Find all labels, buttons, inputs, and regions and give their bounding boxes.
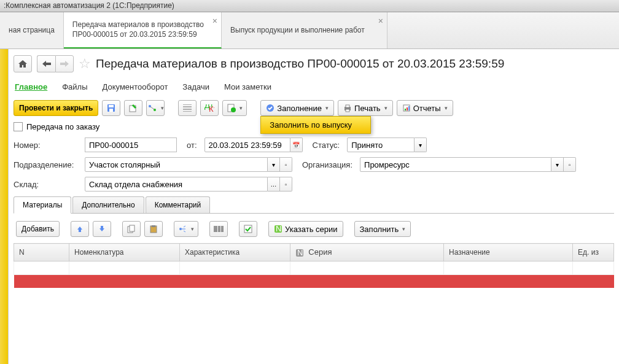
list-button[interactable] bbox=[178, 100, 197, 116]
print-label: Печать bbox=[354, 104, 381, 113]
svg-rect-1 bbox=[109, 105, 114, 107]
fill-button[interactable]: Заполнение ▾ bbox=[260, 100, 334, 116]
tab-comment[interactable]: Комментарий bbox=[146, 196, 211, 213]
svg-rect-21 bbox=[152, 225, 155, 227]
col-item[interactable]: Номенклатура bbox=[69, 244, 180, 261]
svg-rect-12 bbox=[346, 105, 349, 107]
tab-current-document[interactable]: Передача материалов в производство ПР00-… bbox=[64, 12, 222, 48]
status-input[interactable] bbox=[347, 137, 415, 152]
col-dest[interactable]: Назначение bbox=[444, 244, 573, 261]
tab-label: ная страница bbox=[9, 26, 55, 36]
col-unit[interactable]: Ед. из bbox=[573, 244, 614, 261]
close-icon[interactable]: × bbox=[212, 16, 217, 26]
main-toolbar: Провести и закрыть ▾ ДтКт ▾ Заполнение ▾… bbox=[14, 100, 614, 116]
grid-toolbar: Добавить ▾ N Указать серии Заполнить ▾ bbox=[14, 219, 614, 239]
series-label: Указать серии bbox=[285, 225, 337, 234]
post-button[interactable] bbox=[124, 100, 142, 116]
move-down-button[interactable] bbox=[93, 221, 111, 237]
fill-label: Заполнение bbox=[277, 104, 322, 113]
tab-output[interactable]: Выпуск продукции и выполнение работ × bbox=[222, 12, 387, 48]
subnav-main[interactable]: Главное bbox=[15, 80, 47, 94]
svg-rect-23 bbox=[244, 225, 252, 233]
dept-input[interactable] bbox=[85, 157, 268, 172]
app-tabbar: ная страница Передача материалов в произ… bbox=[0, 12, 619, 49]
tab-label: Выпуск продукции и выполнение работ bbox=[230, 26, 373, 36]
add-row-button[interactable]: Добавить bbox=[16, 221, 60, 237]
create-based-button[interactable]: ▾ bbox=[222, 100, 247, 116]
forward-button[interactable] bbox=[55, 55, 74, 72]
select-icon[interactable]: … bbox=[268, 177, 280, 192]
status-label: Статус: bbox=[313, 141, 340, 150]
svg-text:N: N bbox=[276, 225, 281, 233]
subnav-files[interactable]: Файлы bbox=[62, 80, 87, 94]
by-order-checkbox[interactable] bbox=[14, 122, 23, 131]
reports-label: Отчеты bbox=[413, 104, 441, 113]
svg-rect-15 bbox=[405, 109, 406, 110]
svg-text:Кт: Кт bbox=[209, 104, 214, 112]
calendar-icon[interactable]: 📅 bbox=[290, 137, 303, 152]
svg-point-9 bbox=[231, 107, 236, 112]
page-title: Передача материалов в производство ПР00-… bbox=[96, 57, 504, 71]
check-button[interactable] bbox=[239, 221, 257, 237]
sub-navigation: Главное Файлы Документооборот Задачи Мои… bbox=[14, 80, 614, 94]
move-up-button[interactable] bbox=[71, 221, 89, 237]
barcode-button[interactable] bbox=[209, 221, 228, 237]
svg-text:N: N bbox=[297, 249, 303, 257]
table-row[interactable] bbox=[14, 261, 614, 274]
number-input[interactable] bbox=[85, 137, 177, 152]
org-input[interactable] bbox=[360, 157, 551, 172]
specify-series-button[interactable]: N Указать серии bbox=[268, 221, 343, 237]
open-icon[interactable]: ▫ bbox=[280, 177, 292, 192]
paste-button[interactable] bbox=[144, 221, 163, 237]
fill-dropdown-menu: Заполнить по выпуску bbox=[260, 116, 371, 134]
warehouse-input[interactable] bbox=[85, 177, 268, 192]
svg-rect-2 bbox=[109, 109, 113, 112]
dropdown-icon[interactable]: ▾ bbox=[415, 137, 427, 152]
save-button[interactable] bbox=[102, 100, 120, 116]
fill-rows-button[interactable]: Заполнить ▾ bbox=[354, 221, 411, 237]
sidebar-strip[interactable] bbox=[0, 49, 9, 364]
star-icon[interactable]: ☆ bbox=[79, 56, 91, 72]
dt-kt-button[interactable]: ДтКт bbox=[200, 100, 219, 116]
org-label: Организация: bbox=[302, 160, 352, 169]
svg-rect-16 bbox=[407, 107, 408, 110]
materials-table: N Номенклатура Характеристика N Серия На… bbox=[14, 243, 614, 288]
open-icon[interactable]: ▫ bbox=[564, 157, 576, 172]
number-label: Номер: bbox=[14, 141, 81, 150]
dropdown-icon[interactable]: ▾ bbox=[268, 157, 280, 172]
svg-rect-13 bbox=[346, 109, 349, 112]
dropdown-icon[interactable]: ▾ bbox=[551, 157, 564, 172]
tab-materials[interactable]: Материалы bbox=[14, 196, 71, 214]
col-series[interactable]: N Серия bbox=[290, 244, 444, 261]
from-label: от: bbox=[187, 141, 197, 150]
subnav-tasks[interactable]: Задачи bbox=[182, 80, 209, 94]
tab-start-page[interactable]: ная страница bbox=[0, 12, 64, 48]
col-n[interactable]: N bbox=[14, 244, 69, 261]
open-icon[interactable]: ▫ bbox=[280, 157, 292, 172]
copy-button[interactable] bbox=[122, 221, 141, 237]
svg-rect-19 bbox=[130, 225, 134, 231]
dept-label: Подразделение: bbox=[14, 160, 81, 169]
post-and-close-button[interactable]: Провести и закрыть bbox=[14, 100, 98, 116]
tab-additional[interactable]: Дополнительно bbox=[72, 196, 144, 213]
date-input[interactable] bbox=[204, 137, 290, 152]
warehouse-label: Склад: bbox=[14, 180, 81, 189]
svg-rect-17 bbox=[408, 106, 410, 110]
subnav-notes[interactable]: Мои заметки bbox=[224, 80, 271, 94]
distribute-button[interactable]: ▾ bbox=[174, 221, 198, 237]
subnav-docflow[interactable]: Документооборот bbox=[103, 80, 168, 94]
document-flow-button[interactable]: ▾ bbox=[146, 100, 165, 116]
close-icon[interactable]: × bbox=[378, 16, 383, 26]
fill-rows-label: Заполнить bbox=[360, 225, 399, 234]
by-order-label: Передача по заказу bbox=[26, 122, 99, 131]
window-titlebar: :Комплексная автоматизация 2 (1С:Предпри… bbox=[0, 0, 619, 12]
fill-by-output-item[interactable]: Заполнить по выпуску bbox=[270, 120, 352, 130]
print-button[interactable]: Печать ▾ bbox=[338, 100, 393, 116]
home-button[interactable] bbox=[14, 55, 32, 72]
tab-label: Передача материалов в производство ПР00-… bbox=[72, 20, 212, 39]
col-char[interactable]: Характеристика bbox=[180, 244, 290, 261]
detail-tabs: Материалы Дополнительно Комментарий bbox=[14, 196, 614, 214]
back-button[interactable] bbox=[37, 55, 55, 72]
svg-point-22 bbox=[179, 228, 182, 230]
reports-button[interactable]: Отчеты ▾ bbox=[397, 100, 453, 116]
